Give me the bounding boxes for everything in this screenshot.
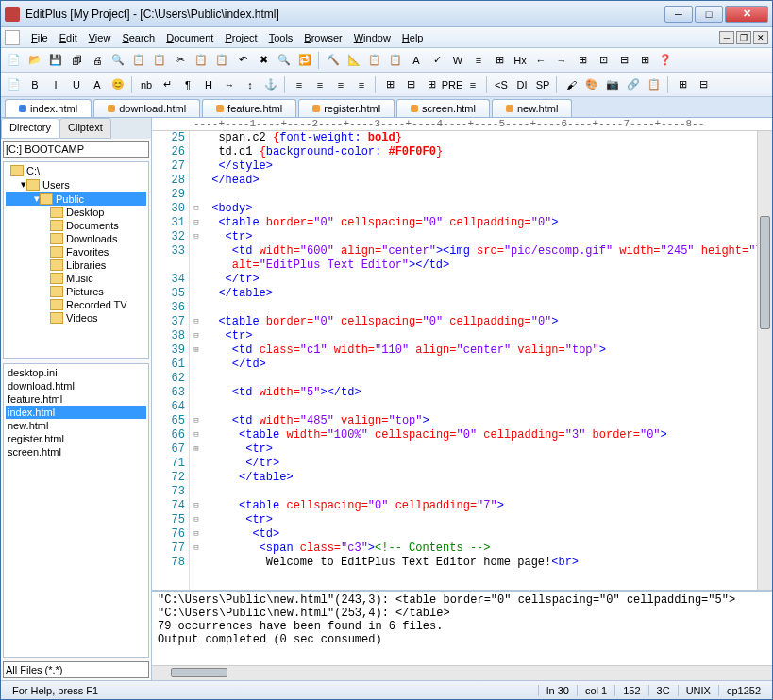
tab-register-html[interactable]: register.html <box>298 99 395 117</box>
vertical-scrollbar[interactable] <box>757 131 772 590</box>
toolbar-button[interactable]: ✓ <box>428 51 446 70</box>
toolbar-button[interactable]: nb <box>137 75 156 94</box>
output-line[interactable]: "C:\Users\Public\new.html"(243,3): <tabl… <box>158 593 766 607</box>
output-line[interactable]: Output completed (0 sec consumed) <box>158 633 766 646</box>
toolbar-button[interactable]: A <box>88 75 107 94</box>
menu-file[interactable]: File <box>25 30 54 45</box>
menu-tools[interactable]: Tools <box>263 30 299 45</box>
tree-item[interactable]: Downloads <box>6 232 146 245</box>
toolbar-button[interactable]: A <box>407 51 426 70</box>
menu-window[interactable]: Window <box>348 30 396 45</box>
toolbar-button[interactable]: ⊞ <box>490 51 509 70</box>
menu-project[interactable]: Project <box>219 30 262 45</box>
menu-search[interactable]: Search <box>116 30 160 45</box>
file-item[interactable]: download.html <box>6 379 146 392</box>
maximize-button[interactable]: □ <box>695 6 723 23</box>
toolbar-button[interactable]: 😊 <box>109 75 127 94</box>
file-item[interactable]: screen.html <box>6 445 146 458</box>
toolbar-button[interactable]: 📋 <box>645 75 664 94</box>
toolbar-button[interactable]: ⊞ <box>380 75 399 94</box>
tree-item[interactable]: Recorded TV <box>6 298 146 311</box>
file-item[interactable]: new.html <box>6 419 146 432</box>
mdi-close-button[interactable]: ✕ <box>753 31 768 44</box>
toolbar-button[interactable]: PRE <box>443 75 462 94</box>
toolbar-button[interactable]: DI <box>513 75 531 94</box>
toolbar-button[interactable]: SP <box>533 75 552 94</box>
toolbar-button[interactable]: ≡ <box>352 75 371 94</box>
toolbar-button[interactable]: ⊟ <box>694 75 713 94</box>
toolbar-button[interactable]: ⊞ <box>573 51 592 70</box>
toolbar-button[interactable]: 📋 <box>365 51 384 70</box>
file-list[interactable]: desktop.inidownload.htmlfeature.htmlinde… <box>3 363 149 658</box>
file-item[interactable]: index.html <box>6 406 146 419</box>
toolbar-button[interactable]: ≡ <box>331 75 350 94</box>
tree-item[interactable]: ▾ Public <box>6 192 146 206</box>
tab-new-html[interactable]: new.html <box>492 99 572 117</box>
toolbar-button[interactable]: ⚓ <box>261 75 280 94</box>
file-item[interactable]: desktop.ini <box>6 366 146 379</box>
toolbar-button[interactable]: 🗐 <box>67 51 86 70</box>
toolbar-button[interactable]: 🔁 <box>295 51 314 70</box>
menu-view[interactable]: View <box>83 30 117 45</box>
drive-selector[interactable]: [C:] BOOTCAMP <box>3 141 149 158</box>
fold-column[interactable]: ⊟⊟⊟⊟⊟⊞⊟⊟⊞⊟⊟⊟⊟ <box>190 131 203 590</box>
folder-tree[interactable]: C:\▾ Users▾ Public Desktop Documents Dow… <box>3 161 149 359</box>
file-item[interactable]: register.html <box>6 432 146 445</box>
tree-item[interactable]: C:\ <box>6 164 146 177</box>
tab-download-html[interactable]: download.html <box>93 99 200 117</box>
toolbar-button[interactable]: ≡ <box>463 75 482 94</box>
close-button[interactable]: ✕ <box>725 6 768 23</box>
toolbar-button[interactable]: 🔨 <box>324 51 343 70</box>
toolbar-button[interactable]: ↵ <box>158 75 176 94</box>
toolbar-button[interactable]: 📂 <box>25 51 44 70</box>
toolbar-button[interactable]: U <box>67 75 86 94</box>
toolbar-button[interactable]: ≡ <box>469 51 488 70</box>
menu-browser[interactable]: Browser <box>298 30 347 45</box>
toolbar-button[interactable]: ⊞ <box>422 75 441 94</box>
tree-item[interactable]: Music <box>6 272 146 285</box>
toolbar-button[interactable]: ✂ <box>171 51 190 70</box>
menu-edit[interactable]: Edit <box>54 30 83 45</box>
output-line[interactable]: 79 occurrences have been found in 6 file… <box>158 620 766 633</box>
horizontal-scrollbar[interactable] <box>152 665 772 680</box>
toolbar-button[interactable]: W <box>448 51 467 70</box>
toolbar-button[interactable]: 📐 <box>344 51 363 70</box>
toolbar-button[interactable]: ¶ <box>178 75 197 94</box>
menu-help[interactable]: Help <box>396 30 429 45</box>
tree-item[interactable]: Favorites <box>6 245 146 258</box>
h-scroll-thumb[interactable] <box>171 668 227 677</box>
toolbar-button[interactable]: Hx <box>511 51 529 70</box>
toolbar-button[interactable]: 📋 <box>129 51 148 70</box>
tree-item[interactable]: Documents <box>6 219 146 232</box>
toolbar-button[interactable]: B <box>25 75 44 94</box>
toolbar-button[interactable]: 📄 <box>5 75 24 94</box>
toolbar-button[interactable]: ≡ <box>290 75 309 94</box>
toolbar-button[interactable]: ↶ <box>233 51 252 70</box>
tab-feature-html[interactable]: feature.html <box>202 99 296 117</box>
tree-item[interactable]: Pictures <box>6 285 146 298</box>
toolbar-button[interactable]: 🔍 <box>275 51 294 70</box>
file-item[interactable]: feature.html <box>6 392 146 406</box>
toolbar-button[interactable]: H <box>199 75 218 94</box>
directory-tab[interactable]: Directory <box>1 118 59 139</box>
toolbar-button[interactable]: ⊞ <box>635 51 654 70</box>
output-line[interactable]: "C:\Users\Public\new.html"(253,4): </tab… <box>158 607 766 620</box>
toolbar-button[interactable]: I <box>46 75 65 94</box>
toolbar-button[interactable]: ⊟ <box>614 51 633 70</box>
menu-document[interactable]: Document <box>160 30 219 45</box>
toolbar-button[interactable]: 🔗 <box>624 75 643 94</box>
toolbar-button[interactable]: 🖨 <box>88 51 107 70</box>
toolbar-button[interactable]: 🔍 <box>109 51 127 70</box>
titlebar[interactable]: EditPlus [My Project] - [C:\Users\Public… <box>1 1 772 27</box>
toolbar-button[interactable]: ✖ <box>254 51 273 70</box>
tree-item[interactable]: ▾ Users <box>6 177 146 192</box>
toolbar-button[interactable]: ❓ <box>656 51 675 70</box>
line-gutter[interactable]: 2526272829303132333435363738396162636465… <box>152 131 190 590</box>
scroll-thumb[interactable] <box>760 216 770 329</box>
tree-item[interactable]: Libraries <box>6 258 146 272</box>
code-editor[interactable]: span.c2 {font-weight: bold} td.c1 {backg… <box>203 131 757 590</box>
toolbar-button[interactable]: ⊞ <box>673 75 692 94</box>
cliptext-tab[interactable]: Cliptext <box>59 118 111 139</box>
toolbar-button[interactable]: 📋 <box>150 51 169 70</box>
toolbar-button[interactable]: 📄 <box>5 51 24 70</box>
